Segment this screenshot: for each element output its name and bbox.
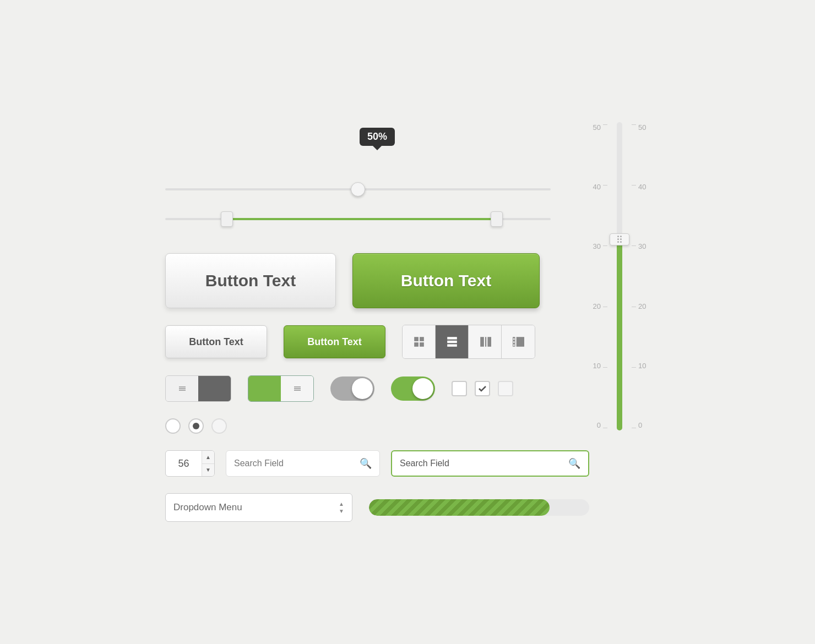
slider2-thumb-right[interactable] [491,211,503,227]
radio-group [165,418,227,434]
svg-rect-19 [294,388,301,389]
grid-icon [413,336,425,348]
svg-rect-4 [447,337,457,339]
svg-rect-18 [294,386,301,388]
svg-rect-0 [414,337,419,341]
handle-dot-6 [620,241,622,243]
checkbox-group [452,381,513,396]
svg-rect-5 [447,341,457,343]
toggle-bars-icon-left [178,384,187,393]
ruler-label-0-left: 0 [593,421,601,429]
large-white-button[interactable]: Button Text [165,253,336,308]
tick-50-right [632,124,636,125]
dropdown-menu[interactable]: Dropdown Menu ▲ ▼ [165,493,352,522]
toggle-ios-thumb-off [352,378,373,399]
ruler-area: 50 40 30 20 10 0 [589,122,650,522]
icon-btn-grid[interactable] [403,325,436,358]
number-arrows: ▲ ▼ [202,451,214,476]
dropdown-up-arrow: ▲ [339,501,344,507]
slider2-thumb-left[interactable] [221,211,233,227]
slider2-track[interactable] [165,218,551,220]
number-value: 56 [166,458,202,470]
list-icon [446,336,458,348]
radio-unselected[interactable] [165,418,181,434]
toggle-bars-icon-right [293,384,302,393]
svg-rect-1 [420,337,424,341]
handle-dots-right [620,236,622,243]
toggle-rect-off[interactable] [165,375,231,402]
checkbox-unchecked[interactable] [452,381,467,396]
handle-dot-4 [620,236,622,237]
svg-rect-13 [513,341,514,343]
search-icon-active: 🔍 [568,457,580,470]
svg-rect-8 [485,337,486,347]
icon-button-group [402,325,535,359]
handle-dot-2 [617,238,619,240]
progress-bar-container [369,499,589,516]
ruler-container: 50 40 30 20 10 0 [593,122,646,430]
handle-dot-3 [617,241,619,243]
toggle-ios-on[interactable] [391,376,435,401]
tick-10-left [603,367,607,368]
radio-disabled [211,418,227,434]
svg-rect-2 [414,342,419,347]
ruler-label-40-right: 40 [638,183,646,191]
ruler-labels-left: 50 40 30 20 10 0 [593,122,601,430]
checkbox-checked[interactable] [475,381,490,396]
toggle-rect-on[interactable] [248,375,314,402]
search-input-field[interactable] [234,459,360,468]
ruler-label-30-left: 30 [593,242,601,250]
icon-btn-columns[interactable] [469,325,502,358]
small-white-button[interactable]: Button Text [165,325,267,358]
svg-rect-14 [513,344,514,346]
number-input[interactable]: 56 ▲ ▼ [165,450,215,477]
bottom-row: Dropdown Menu ▲ ▼ [165,493,589,522]
ruler-label-20-left: 20 [593,302,601,310]
svg-rect-9 [487,337,491,347]
toggle-ios-thumb-on [412,378,433,399]
toggle-rect2-right-panel [281,376,313,401]
tick-40-right [632,185,636,185]
icon-btn-list[interactable] [436,325,469,358]
tick-10-right [632,367,636,368]
inputs-row: 56 ▲ ▼ 🔍 🔍 [165,450,589,477]
handle-dot-5 [620,238,622,240]
slider1-track[interactable] [165,188,551,190]
large-green-button[interactable]: Button Text [352,253,540,308]
number-up-arrow[interactable]: ▲ [202,451,214,464]
svg-rect-15 [179,386,186,388]
icon-btn-film[interactable] [502,325,535,358]
large-buttons-row: Button Text Button Text [165,253,589,308]
svg-rect-6 [447,344,457,346]
ruler-label-0-right: 0 [638,421,646,429]
ruler-bar[interactable] [610,122,629,430]
tick-20-right [632,307,636,307]
ruler-label-50-left: 50 [593,123,601,132]
tick-30-right [632,245,636,246]
checkmark-icon [477,384,487,394]
small-green-button[interactable]: Button Text [284,325,385,358]
slider2-wrapper [165,212,589,226]
svg-rect-20 [294,390,301,391]
ruler-handle[interactable] [610,233,629,245]
tick-50-left [603,124,607,125]
tick-20-left [603,307,607,307]
handle-dot-1 [617,236,619,237]
toggle-ios-off[interactable] [330,376,374,401]
radio-selected[interactable] [188,418,204,434]
ruler-bar-bg [617,122,622,430]
search-input-inactive[interactable]: 🔍 [226,450,380,477]
ruler-label-40-left: 40 [593,183,601,191]
ruler-label-50-right: 50 [638,123,646,132]
ruler-labels-right: 50 40 30 20 10 0 [638,122,646,430]
svg-rect-11 [517,337,524,347]
slider1-thumb[interactable] [351,182,365,197]
dropdown-arrows: ▲ ▼ [339,501,344,514]
toggle-rect2-left-panel [248,376,281,401]
number-down-arrow[interactable]: ▼ [202,464,214,477]
ruler-bar-fill [617,239,622,430]
tick-0-right [632,428,636,428]
search-input-active-field[interactable] [400,459,568,468]
search-input-active[interactable]: 🔍 [391,450,589,477]
tick-0-left [603,428,607,428]
